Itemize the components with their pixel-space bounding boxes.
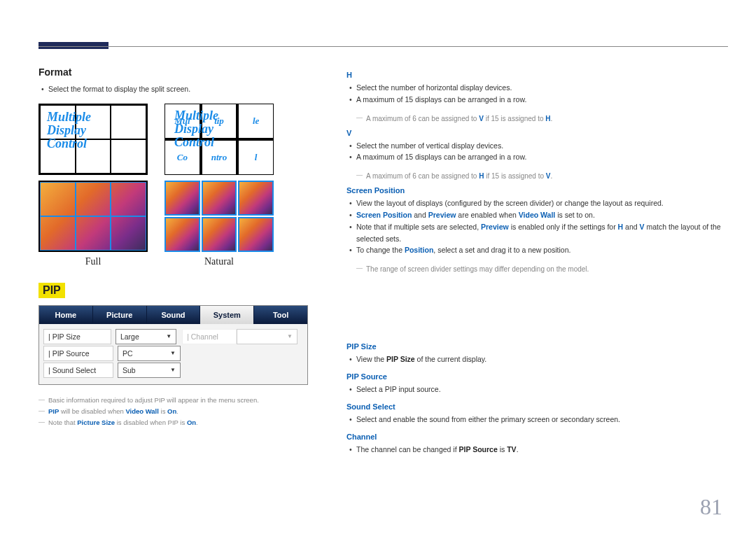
chevron-down-icon: ▼ [287, 333, 293, 339]
footnote-2: PIP will be disabled when Video Wall is … [38, 406, 298, 417]
pip-size-select[interactable]: Large▼ [115, 329, 176, 344]
tab-system[interactable]: System [200, 306, 254, 324]
sound-select-label: | Sound Select [43, 363, 113, 378]
header-accent-bar [38, 42, 108, 49]
chevron-down-icon: ▼ [170, 367, 176, 373]
h-bullet-1: Select the number of horizontal display … [346, 82, 728, 94]
tab-tool[interactable]: Tool [254, 306, 307, 324]
pip-heading-badge: PIP [38, 283, 65, 298]
natural-label: Natural [164, 256, 274, 267]
channel-label: | Channel [182, 329, 237, 344]
channel-bullet: The channel can be changed if PIP Source… [346, 444, 728, 456]
format-tile-natural-image [164, 181, 274, 252]
header-rule [38, 46, 728, 47]
format-heading: Format [38, 66, 298, 78]
h-note: A maximum of 6 can be assigned to V if 1… [356, 113, 728, 125]
v-heading: V [346, 129, 728, 137]
sound-select-bullet: Select and enable the sound from either … [346, 414, 728, 426]
format-tile-natural-text: Mul tip le Co ntro l Multiple Display Co… [164, 104, 274, 175]
channel-heading: Channel [346, 433, 728, 441]
pip-settings-panel: Home Picture Sound System Tool | PIP Siz… [38, 305, 308, 385]
sp-bullet-1: View the layout of displays (configured … [346, 197, 728, 209]
format-illustration-row-1: Multiple Display Control Mul tip le Co n… [38, 104, 298, 175]
tab-picture[interactable]: Picture [93, 306, 147, 324]
tab-sound[interactable]: Sound [147, 306, 201, 324]
left-footnotes: Basic information required to adjust PIP… [38, 395, 298, 428]
sound-select-heading: Sound Select [346, 402, 728, 411]
sp-note: The range of screen divider settings may… [356, 263, 728, 275]
page-number: 81 [700, 494, 722, 520]
pip-source-bullet: Select a PIP input source. [346, 384, 728, 395]
pip-size-bullet: View the PIP Size of the current display… [346, 353, 728, 365]
h-heading: H [346, 71, 728, 79]
h-bullet-2: A maximum of 15 displays can be arranged… [346, 94, 728, 106]
v-note: A maximum of 6 can be assigned to H if 1… [356, 170, 728, 182]
chevron-down-icon: ▼ [170, 350, 176, 356]
v-bullet-1: Select the number of vertical display de… [346, 140, 728, 152]
format-tile-full-image [38, 181, 148, 252]
sp-bullet-4: To change the Position, select a set and… [346, 244, 728, 256]
screen-position-heading: Screen Position [346, 186, 728, 195]
right-column: H Select the number of horizontal displa… [346, 66, 728, 462]
v-bullet-2: A maximum of 15 displays can be arranged… [346, 151, 728, 163]
pip-source-select[interactable]: PC▼ [118, 346, 181, 361]
sp-bullet-2: Screen Position and Preview are enabled … [346, 209, 728, 221]
format-tile-full-text: Multiple Display Control [38, 104, 148, 175]
footnote-1: Basic information required to adjust PIP… [38, 395, 298, 406]
format-illustration-row-2: Full Natural [38, 181, 298, 267]
left-column: Format Select the format to display the … [38, 66, 298, 462]
sp-bullet-3: Note that if multiple sets are selected,… [346, 221, 728, 245]
sound-select-select[interactable]: Sub▼ [118, 363, 181, 378]
footnote-3: Note that Picture Size is disabled when … [38, 417, 298, 428]
chevron-down-icon: ▼ [166, 333, 172, 339]
pip-source-label: | PIP Source [43, 346, 113, 361]
mdc-text: Multiple Display Control [40, 105, 98, 156]
pip-source-heading: PIP Source [346, 372, 728, 381]
channel-select: ▼ [237, 329, 298, 344]
tab-home[interactable]: Home [39, 306, 93, 324]
full-label: Full [38, 256, 148, 267]
pip-size-heading: PIP Size [346, 342, 728, 351]
pip-size-label: | PIP Size [43, 329, 111, 344]
format-desc: Select the format to display the split s… [38, 83, 298, 95]
mdc-text-2: Multiple Display Control [167, 104, 225, 155]
